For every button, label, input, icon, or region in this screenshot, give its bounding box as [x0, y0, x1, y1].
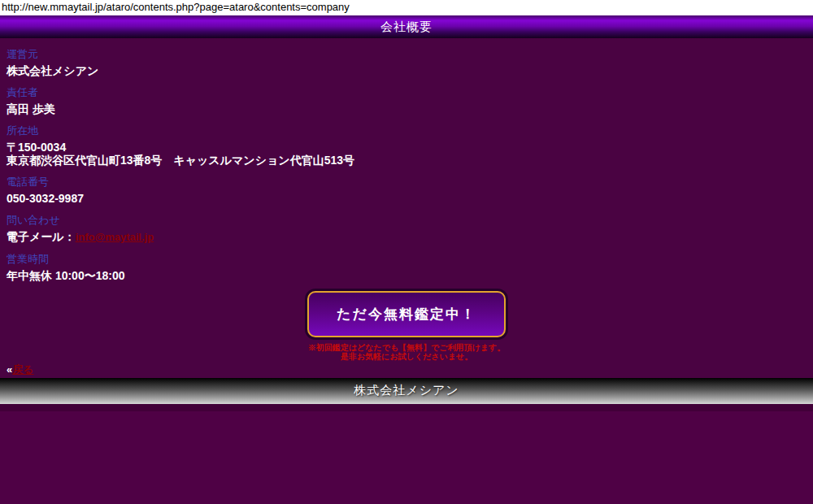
back-row: «戻る [7, 363, 813, 376]
field-manager-label: 責任者 [7, 86, 813, 99]
footer-divider [0, 404, 813, 411]
field-hours: 営業時間 年中無休 10:00〜18:00 [7, 253, 813, 282]
field-contact: 問い合わせ 電子メール：info@maytail.jp [7, 214, 813, 244]
page-title: 会社概要 [380, 20, 433, 33]
field-operator-value: 株式会社メシアン [7, 64, 813, 77]
field-phone: 電話番号 050-3032-9987 [7, 176, 813, 205]
field-hours-label: 営業時間 [7, 253, 813, 266]
field-contact-label: 問い合わせ [7, 214, 813, 227]
field-hours-value: 年中無休 10:00〜18:00 [7, 269, 813, 282]
company-info-section: 運営元 株式会社メシアン 責任者 高田 歩美 所在地 〒150-0034 東京都… [0, 38, 813, 378]
field-contact-value: 電子メール：info@maytail.jp [7, 230, 813, 244]
cta-note-line1: ※初回鑑定はどなたでも【無料】でご利用頂けます。 [0, 343, 813, 352]
field-operator: 運営元 株式会社メシアン [7, 48, 813, 77]
cta-area: ただ今無料鑑定中！ ※初回鑑定はどなたでも【無料】でご利用頂けます。 是非お気軽… [0, 291, 813, 361]
field-manager: 責任者 高田 歩美 [7, 86, 813, 115]
page-url-text: http://new.mmaytail.jp/ataro/contents.ph… [0, 0, 813, 15]
cta-note-line2: 是非お気軽にお試しくださいませ。 [0, 352, 813, 361]
email-prefix: 電子メール： [7, 230, 76, 243]
field-manager-value: 高田 歩美 [7, 102, 813, 115]
free-reading-button[interactable]: ただ今無料鑑定中！ [307, 291, 506, 337]
field-address: 所在地 〒150-0034 東京都渋谷区代官山町13番8号 キャッスルマンション… [7, 124, 813, 167]
bottom-background [0, 411, 813, 504]
page-title-bar: 会社概要 [0, 15, 813, 38]
back-link[interactable]: 戻る [12, 363, 33, 376]
footer-company-name: 株式会社メシアン [354, 383, 459, 397]
postal-code: 〒150-0034 [7, 141, 813, 154]
footer-bar: 株式会社メシアン [0, 378, 813, 404]
cta-note: ※初回鑑定はどなたでも【無料】でご利用頂けます。 是非お気軽にお試しくださいませ… [0, 343, 813, 361]
email-link[interactable]: info@maytail.jp [76, 231, 154, 243]
field-address-value: 〒150-0034 東京都渋谷区代官山町13番8号 キャッスルマンション代官山5… [7, 141, 813, 167]
street-address: 東京都渋谷区代官山町13番8号 キャッスルマンション代官山513号 [7, 154, 813, 167]
field-phone-label: 電話番号 [7, 176, 813, 189]
field-address-label: 所在地 [7, 124, 813, 137]
field-operator-label: 運営元 [7, 48, 813, 61]
field-phone-value: 050-3032-9987 [7, 192, 813, 205]
